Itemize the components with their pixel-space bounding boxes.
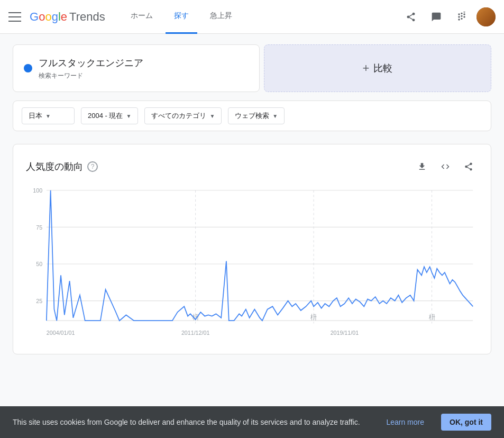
embed-button[interactable] <box>436 157 455 176</box>
logo-google-text: Google <box>30 10 67 24</box>
share-button[interactable] <box>400 6 421 28</box>
chart-header: 人気度の動向 ? <box>26 157 478 176</box>
chart-actions <box>413 157 478 176</box>
category-label: すべてのカテゴリ <box>151 111 206 121</box>
cookie-learn-more-button[interactable]: Learn more <box>378 414 433 431</box>
svg-text:枡: 枡 <box>310 313 316 321</box>
period-label: 2004 - 現在 <box>88 111 123 121</box>
compare-card[interactable]: + 比較 <box>264 44 491 92</box>
avatar-image <box>476 7 496 26</box>
search-type-filter[interactable]: ウェブ検索 ▼ <box>228 107 285 124</box>
download-button[interactable] <box>413 157 432 176</box>
apps-button[interactable] <box>451 6 472 28</box>
region-dropdown-arrow: ▼ <box>45 113 51 119</box>
user-avatar[interactable] <box>476 7 496 26</box>
search-row: フルスタックエンジニア 検索キーワード + 比較 <box>13 44 491 92</box>
trend-chart-svg: 100 75 50 25 枡 枡 枡 2004/01/01 2011/12/01… <box>26 185 478 343</box>
period-filter[interactable]: 2004 - 現在 ▼ <box>81 107 138 124</box>
logo-trends-text: Trends <box>69 10 105 24</box>
search-dot-indicator <box>24 64 32 72</box>
help-icon[interactable]: ? <box>87 161 98 172</box>
svg-text:枡: 枡 <box>429 313 435 321</box>
search-info: フルスタックエンジニア 検索キーワード <box>39 57 143 80</box>
chart-title-group: 人気度の動向 ? <box>26 160 98 173</box>
header-icons <box>400 6 496 28</box>
period-dropdown-arrow: ▼ <box>126 113 131 119</box>
svg-text:100: 100 <box>33 187 42 194</box>
svg-text:2011/12/01: 2011/12/01 <box>181 329 209 336</box>
chart-card: 人気度の動向 ? <box>13 144 491 354</box>
region-filter[interactable]: 日本 ▼ <box>22 107 75 124</box>
nav-trending[interactable]: 急上昇 <box>201 0 241 34</box>
search-type-dropdown-arrow: ▼ <box>272 113 278 119</box>
search-type-label: ウェブ検索 <box>235 111 269 121</box>
region-label: 日本 <box>29 111 42 121</box>
search-type-text: 検索キーワード <box>39 71 143 80</box>
comment-button[interactable] <box>426 6 447 28</box>
header: Google Trends ホーム 探す 急上昇 <box>0 0 504 34</box>
main-content: フルスタックエンジニア 検索キーワード + 比較 日本 ▼ 2004 - 現在 … <box>0 34 504 406</box>
compare-label-text: 比較 <box>373 62 392 75</box>
chart-title: 人気度の動向 <box>26 160 83 173</box>
svg-text:2019/11/01: 2019/11/01 <box>331 329 359 336</box>
svg-text:50: 50 <box>36 261 42 268</box>
share-chart-button[interactable] <box>459 157 478 176</box>
google-trends-logo[interactable]: Google Trends <box>30 10 105 24</box>
chart-area: 100 75 50 25 枡 枡 枡 2004/01/01 2011/12/01… <box>26 185 478 345</box>
main-nav: ホーム 探す 急上昇 <box>122 0 400 34</box>
category-filter[interactable]: すべてのカテゴリ ▼ <box>144 107 222 124</box>
category-dropdown-arrow: ▼ <box>209 113 215 119</box>
filter-row: 日本 ▼ 2004 - 現在 ▼ すべてのカテゴリ ▼ ウェブ検索 ▼ <box>13 101 491 131</box>
search-term-card: フルスタックエンジニア 検索キーワード <box>13 44 260 92</box>
cookie-text: This site uses cookies from Google to de… <box>13 418 369 426</box>
svg-text:25: 25 <box>36 297 42 304</box>
nav-home[interactable]: ホーム <box>122 0 161 34</box>
compare-plus-icon: + <box>363 61 370 75</box>
svg-text:2004/01/01: 2004/01/01 <box>47 329 75 336</box>
cookie-ok-button[interactable]: OK, got it <box>441 414 491 431</box>
nav-explore[interactable]: 探す <box>166 0 197 34</box>
hamburger-menu-icon[interactable] <box>8 11 21 23</box>
search-term-text: フルスタックエンジニア <box>39 57 143 69</box>
cookie-banner: This site uses cookies from Google to de… <box>0 406 504 438</box>
svg-text:75: 75 <box>36 224 42 231</box>
